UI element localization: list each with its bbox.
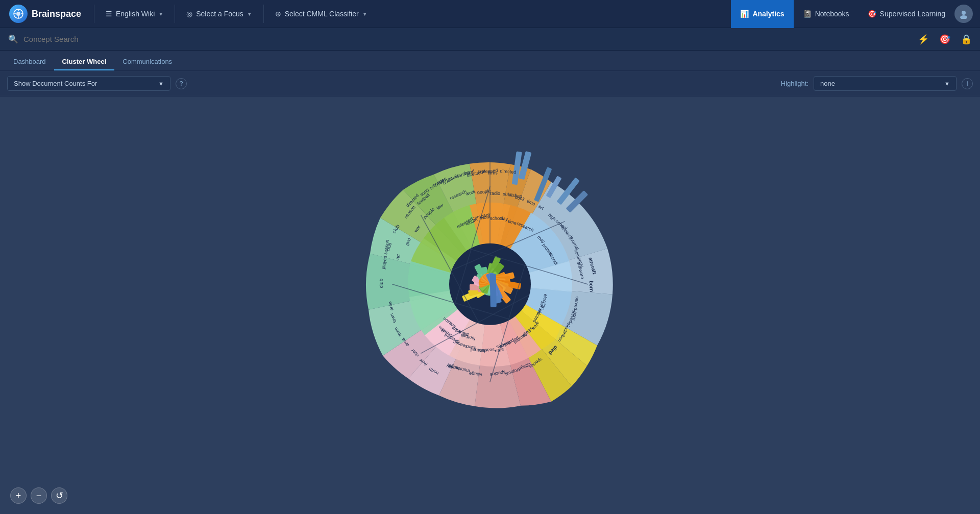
search-right-icons: ⚡ 🎯 🔒 — [918, 34, 972, 45]
cluster-wheel[interactable]: art god war people law research work peo… — [291, 96, 689, 485]
zoom-in-button[interactable]: + — [10, 487, 27, 504]
analytics-tab[interactable]: 📊 Analytics — [731, 0, 793, 28]
analytics-label: Analytics — [752, 10, 784, 18]
zoom-reset-button[interactable]: ↺ — [51, 487, 67, 504]
tab-communications[interactable]: Communications — [114, 54, 180, 70]
classifier-label: Select CMML Classifier — [285, 10, 359, 18]
dataset-selector[interactable]: ☰ English Wiki ▼ — [96, 0, 173, 28]
svg-point-7 — [960, 15, 967, 19]
main-content: art god war people law research work peo… — [0, 96, 980, 514]
svg-text:club: club — [378, 278, 384, 288]
tab-cluster-wheel[interactable]: Cluster Wheel — [54, 54, 115, 70]
nav-divider-3 — [263, 5, 264, 23]
supervised-label: Supervised Learning — [880, 10, 945, 18]
classifier-selector[interactable]: ⊕ Select CMML Classifier ▼ — [266, 0, 377, 28]
nav-right: 📊 Analytics 📓 Notebooks 🎯 Supervised Lea… — [731, 0, 980, 28]
svg-point-1 — [16, 12, 20, 16]
highlight-chevron: ▼ — [944, 81, 950, 87]
zoom-controls: + − ↺ — [10, 487, 67, 504]
supervised-icon: 🎯 — [868, 10, 876, 18]
tab-dashboard[interactable]: Dashboard — [5, 54, 54, 70]
search-input[interactable] — [23, 35, 228, 43]
cluster-wheel-svg: art god war people law research work peo… — [291, 96, 689, 483]
highlight-label: Highlight: — [781, 80, 808, 87]
logo-area[interactable]: Brainspace — [0, 5, 92, 23]
analytics-icon: 📊 — [740, 10, 749, 18]
tabs-bar: Dashboard Cluster Wheel Communications — [0, 51, 980, 71]
notebooks-tab[interactable]: 📓 Notebooks — [794, 0, 859, 28]
focus-label: Select a Focus — [196, 10, 243, 18]
nav-divider-2 — [175, 5, 175, 23]
svg-point-6 — [962, 11, 966, 15]
zoom-out-button[interactable]: − — [31, 487, 47, 504]
target-icon[interactable]: 🎯 — [939, 34, 950, 45]
search-icon: 🔍 — [8, 34, 18, 44]
help-icon[interactable]: ? — [176, 78, 187, 89]
classifier-icon: ⊕ — [275, 10, 281, 18]
dropdown-label: Show Document Counts For — [14, 80, 97, 87]
focus-icon: ◎ — [186, 10, 192, 18]
toolbar: Show Document Counts For ▼ ? Highlight: … — [0, 71, 980, 96]
dataset-icon: ☰ — [106, 10, 112, 18]
svg-text:radio: radio — [490, 191, 500, 196]
dropdown-chevron: ▼ — [158, 81, 164, 87]
svg-text:born: born — [589, 281, 595, 292]
highlight-dropdown[interactable]: none ▼ — [814, 76, 957, 91]
user-avatar[interactable] — [954, 5, 973, 23]
highlight-value: none — [820, 80, 835, 87]
document-counts-dropdown[interactable]: Show Document Counts For ▼ — [7, 76, 170, 91]
svg-rect-49 — [490, 274, 497, 307]
app-name: Brainspace — [32, 9, 81, 19]
notebooks-icon: 📓 — [803, 10, 812, 18]
logo-icon — [9, 5, 28, 23]
supervised-tab[interactable]: 🎯 Supervised Learning — [859, 0, 954, 28]
highlight-area: Highlight: none ▼ i — [781, 76, 973, 91]
dataset-chevron: ▼ — [158, 11, 163, 17]
search-bar: 🔍 ⚡ 🎯 🔒 — [0, 28, 980, 51]
highlight-info-icon[interactable]: i — [962, 78, 973, 89]
dataset-label: English Wiki — [116, 10, 155, 18]
lock-icon[interactable]: 🔒 — [961, 34, 972, 45]
notebooks-label: Notebooks — [815, 10, 849, 18]
top-navigation: Brainspace ☰ English Wiki ▼ ◎ Select a F… — [0, 0, 980, 28]
nav-divider-1 — [94, 5, 94, 23]
focus-selector[interactable]: ◎ Select a Focus ▼ — [177, 0, 261, 28]
focus-chevron: ▼ — [247, 11, 252, 17]
classifier-chevron: ▼ — [362, 11, 368, 17]
filter-icon[interactable]: ⚡ — [918, 34, 929, 45]
